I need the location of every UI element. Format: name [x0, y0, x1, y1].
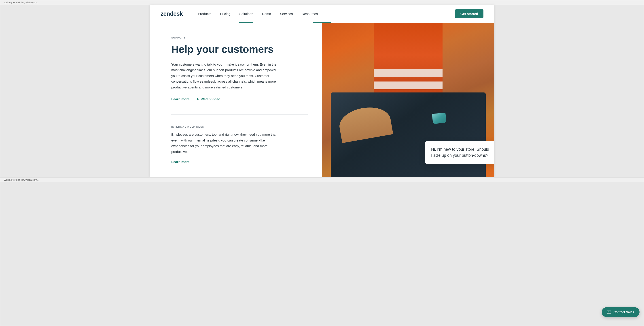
main-heading: Help your customers — [171, 43, 308, 55]
section-label: SUPPORT — [171, 36, 308, 39]
contact-sales-label: Contact Sales — [613, 310, 634, 314]
main-nav: Products Pricing Solutions Demo Services… — [194, 5, 455, 23]
nav-item-solutions[interactable]: Solutions — [235, 5, 258, 23]
learn-more-link[interactable]: Learn more — [171, 97, 190, 101]
left-panel: SUPPORT Help your customers Your custome… — [150, 23, 322, 177]
active-nav-indicator — [313, 22, 331, 23]
logo[interactable]: zendesk — [160, 10, 183, 17]
nav-item-services[interactable]: Services — [276, 5, 298, 23]
right-panel: Hi, I'm new to your store. Should I size… — [322, 23, 494, 177]
internal-learn-more-link[interactable]: Learn more — [171, 160, 190, 164]
header: zendesk Products Pricing Solutions Demo … — [150, 5, 494, 23]
nav-item-demo[interactable]: Demo — [258, 5, 276, 23]
internal-section: INTERNAL HELP DESK Employees are custome… — [171, 114, 308, 164]
watch-video-label: Watch video — [201, 97, 220, 101]
chat-bubble: Hi, I'm new to your store. Should I size… — [425, 141, 494, 164]
nav-item-resources[interactable]: Resources — [297, 5, 322, 23]
chat-bubble-text: Hi, I'm new to your store. Should I size… — [431, 146, 490, 158]
play-icon — [197, 98, 199, 101]
email-icon — [607, 310, 611, 314]
nav-item-products[interactable]: Products — [194, 5, 216, 23]
bottom-status-bar: Waiting for distillery.wistia.com... — [0, 177, 644, 182]
bottom-status-text: Waiting for distillery.wistia.com... — [4, 179, 39, 181]
stripe-1 — [374, 69, 442, 77]
contact-sales-button[interactable]: Contact Sales — [602, 307, 640, 317]
main-content: SUPPORT Help your customers Your custome… — [150, 23, 494, 177]
nav-item-pricing[interactable]: Pricing — [216, 5, 235, 23]
action-links: Learn more Watch video — [171, 97, 308, 101]
hero-image: Hi, I'm new to your store. Should I size… — [322, 23, 494, 177]
object-element — [432, 113, 446, 124]
status-text: Waiting for distillery.wistia.com... — [4, 1, 39, 4]
stripe-2 — [374, 82, 442, 89]
hero-description: Your customers want to talk to you—make … — [171, 62, 278, 90]
get-started-button[interactable]: Get started — [455, 9, 484, 18]
internal-description: Employees are customers, too, and right … — [171, 132, 278, 154]
internal-section-label: INTERNAL HELP DESK — [171, 125, 308, 128]
watch-video-link[interactable]: Watch video — [197, 97, 220, 101]
header-cta: Get started — [455, 9, 484, 18]
